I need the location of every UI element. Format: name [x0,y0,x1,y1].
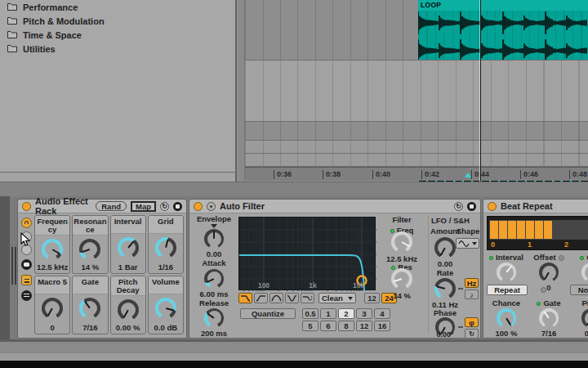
save-preset-icon[interactable] [467,202,476,211]
device-on-icon[interactable] [488,202,497,211]
timeline-ruler[interactable]: 0:36 0:38 0:40 0:42 0:44 0:46 0:48 [245,167,588,181]
phase-mode-button[interactable]: φ [465,317,479,327]
attack-knob[interactable] [204,269,224,289]
slope-12-button[interactable]: 12 [364,293,380,303]
lowpass-icon[interactable] [238,293,252,303]
gate-knob[interactable] [79,298,100,319]
hot-swap-icon[interactable]: ↻ [160,202,169,211]
browser-arrangement-divider[interactable] [238,0,245,196]
quantize-button[interactable]: Quantize [240,308,296,319]
browser-item-utilities[interactable]: Utilities [0,42,235,56]
notch-icon[interactable] [285,293,299,303]
lfo-rate-knob[interactable] [434,278,456,299]
morph-icon[interactable] [301,293,314,303]
chevron-down-icon [348,297,353,300]
browser-item-performance[interactable]: Performance [0,0,235,14]
pitch-decay-knob[interactable] [118,299,139,321]
connector-dash [458,288,463,289]
circuit-value: Clean [322,294,343,303]
device-title: Beat Repeat [501,201,553,211]
audio-track-2[interactable]: LOOP [245,61,588,122]
no-triplets-button[interactable]: No Trpl [570,285,588,295]
resonance-knob[interactable] [79,239,100,260]
grid-knob[interactable] [155,237,176,258]
audio-track-5[interactable] [245,154,588,167]
beat-repeat-title-bar[interactable]: Beat Repeat [483,200,588,213]
audio-track-3[interactable]: LOOP [245,122,588,141]
ableton-live-window: Performance Pitch & Modulation Time & Sp… [0,0,588,368]
macro-value: 1 Bar [111,263,145,273]
device-view-handle[interactable] [11,247,13,285]
grid-knob[interactable] [581,263,588,282]
offset-knob[interactable] [539,263,559,282]
spin-mode-button[interactable]: ↻ [465,329,479,339]
auto-filter-title-bar[interactable]: ▼ Auto Filter ↻ [189,200,480,213]
quantize-beat-button[interactable]: 3 [356,308,372,319]
frequency-knob[interactable] [42,239,63,260]
device-on-icon[interactable] [22,202,31,211]
quantize-beat-button[interactable]: 1 [320,308,336,319]
fold-device-icon[interactable]: ▼ [207,202,216,211]
highpass-icon[interactable] [254,293,268,303]
lfo-amount-knob[interactable] [434,237,456,258]
hot-swap-icon[interactable]: ↻ [454,202,463,211]
macro-cell-volume: Volume 0.0 dB [148,276,184,334]
insert-marker-icon[interactable] [465,173,471,177]
rand-button[interactable]: Rand [96,201,127,211]
circuit-type-dropdown[interactable]: Clean [318,293,356,303]
bandpass-icon[interactable] [270,293,283,303]
audio-track-1[interactable]: LOOP [245,0,588,61]
quantize-beat-button[interactable]: 5 [302,321,318,331]
browser-item-time-space[interactable]: Time & Space [0,28,235,42]
map-button[interactable]: Map [131,201,156,212]
interval-knob[interactable] [118,237,139,258]
repeat-segment [490,221,498,239]
macro-name: Volume [149,276,183,294]
quantize-beat-button[interactable]: 4 [374,308,390,319]
lfo-shape-dropdown[interactable] [456,238,479,249]
filter-section-label: Filter [379,216,425,224]
repeat-segment [526,221,534,239]
envelope-amount-knob[interactable] [204,229,224,249]
quantize-beat-button[interactable]: 0.5 [302,308,318,319]
rate-hz-button[interactable]: Hz [465,278,479,288]
chance-knob[interactable] [497,308,516,328]
filter-freq-knob[interactable] [391,231,412,253]
interval-knob[interactable] [497,263,516,282]
macro-cell-macro5: Macro 5 0 [34,276,70,334]
rack-title-bar[interactable]: Audio Effect Rack Rand Map ↻ [18,200,186,213]
filter-res-knob[interactable] [391,268,412,289]
lfo-rate-label: Rate [428,269,462,277]
quantize-beat-button[interactable]: 16 [374,321,390,331]
save-preset-icon[interactable] [173,202,182,211]
envelope-label: Envelope [197,215,231,223]
quantize-beat-button[interactable]: 6 [320,321,336,331]
folder-icon [7,44,17,54]
quantize-beat-button[interactable]: 2 [338,308,354,319]
audio-clip-teal[interactable]: LOOP [418,0,588,60]
envelope-amount-value: 0.00 [207,249,222,258]
offset-label: Offset [533,254,555,262]
chain-list-icon[interactable] [21,275,32,285]
flatten-list-icon[interactable] [21,290,32,301]
sine-wave-icon [458,240,470,247]
filter-frequency-display[interactable]: 100 1k 10k [238,217,376,290]
quantize-beat-button[interactable]: 12 [356,321,372,331]
device-on-icon[interactable] [194,202,203,211]
gate-knob[interactable] [539,308,559,328]
release-knob[interactable] [204,308,224,328]
device-view-handle[interactable] [15,247,16,285]
quantize-beat-button[interactable]: 8 [338,321,354,331]
rate-sync-button[interactable]: ♪ [465,289,479,299]
time-label: 0:42 [421,170,439,179]
show-devices-icon[interactable] [21,259,32,270]
repeat-button[interactable]: Repeat [487,285,528,295]
freq-axis-tick: 1k [309,281,317,289]
macro-controls-icon[interactable] [21,218,32,228]
audio-track-4[interactable] [245,141,588,154]
volume-knob[interactable] [155,298,176,319]
macro-value: 0.0 dB [149,323,183,334]
pitch-knob[interactable] [581,308,588,328]
macro5-knob[interactable] [42,298,63,319]
browser-item-pitch-modulation[interactable]: Pitch & Modulation [0,14,235,28]
